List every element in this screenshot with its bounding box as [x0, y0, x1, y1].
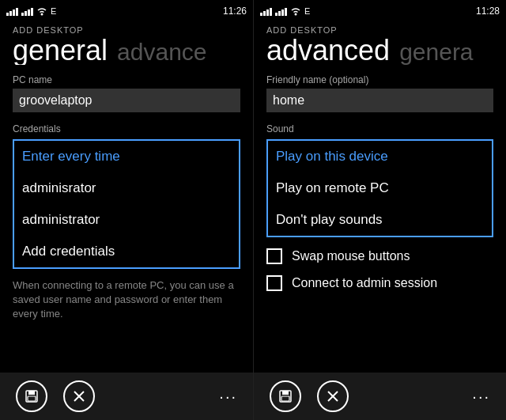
left-panel: E 11:26 ADD DESKTOP general advance PC n…: [0, 0, 253, 420]
right-sound-list: Play on this device Play on remote PC Do…: [266, 139, 493, 237]
right-more-button[interactable]: ···: [472, 388, 490, 406]
right-sound-label: Sound: [266, 123, 493, 134]
right-save-button[interactable]: [270, 380, 301, 412]
swap-mouse-label: Swap mouse buttons: [292, 249, 410, 263]
right-status-left: E: [260, 6, 310, 16]
right-wifi-icon: [290, 6, 301, 16]
left-more-button[interactable]: ···: [219, 388, 237, 406]
sound-item-play-on-this-device[interactable]: Play on this device: [268, 141, 492, 172]
left-pc-name-label: PC name: [13, 74, 240, 85]
svg-rect-3: [28, 396, 36, 401]
list-item-adminisrator[interactable]: adminisrator: [14, 172, 239, 204]
right-content: Friendly name (optional) Sound Play on t…: [254, 65, 506, 373]
left-status-left: E: [6, 6, 56, 16]
left-tab-general[interactable]: general: [13, 36, 108, 65]
right-friendly-name-label: Friendly name (optional): [266, 74, 493, 85]
admin-session-checkbox[interactable]: [266, 275, 282, 291]
right-close-icon: [327, 390, 339, 403]
right-friendly-name-input[interactable]: [266, 89, 493, 112]
left-title-bar: ADD DESKTOP general advance: [0, 22, 253, 65]
left-close-icon: [73, 390, 85, 403]
left-signal2-icon: [21, 6, 33, 16]
svg-rect-9: [281, 396, 289, 401]
right-title-bar: ADD DESKTOP advanced genera: [254, 22, 506, 65]
left-credentials-list: Enter every time adminisrator administra…: [13, 139, 240, 269]
left-pc-name-input[interactable]: [13, 89, 240, 112]
list-item-administrator[interactable]: administrator: [14, 204, 239, 236]
sound-item-play-on-remote[interactable]: Play on remote PC: [268, 172, 492, 204]
left-content: PC name Credentials Enter every time adm…: [0, 65, 253, 373]
left-data-icon: E: [51, 6, 56, 16]
admin-session-label: Connect to admin session: [292, 276, 437, 290]
right-signal2-icon: [275, 6, 287, 16]
right-admin-session-row: Connect to admin session: [266, 275, 493, 291]
right-status-bar: E 11:28: [254, 0, 506, 22]
svg-rect-8: [282, 391, 289, 395]
left-time: 11:26: [223, 6, 247, 17]
right-tab-row: advanced genera: [266, 36, 493, 65]
left-hint-text: When connecting to a remote PC, you can …: [13, 278, 240, 322]
right-status-right: 11:28: [476, 6, 500, 17]
svg-point-6: [295, 13, 297, 16]
svg-point-0: [41, 13, 43, 16]
left-save-button[interactable]: [16, 380, 47, 412]
svg-rect-2: [28, 391, 35, 395]
swap-mouse-checkbox[interactable]: [266, 248, 282, 264]
left-save-icon: [24, 388, 40, 404]
right-signal-icon: [260, 6, 272, 16]
right-add-desktop-label: ADD DESKTOP: [266, 25, 493, 35]
right-save-icon: [278, 388, 293, 404]
right-panel: E 11:28 ADD DESKTOP advanced genera Frie…: [253, 0, 506, 420]
left-status-bar: E 11:26: [0, 0, 253, 22]
left-bottom-icons: [16, 380, 95, 412]
right-bottom-icons: [270, 380, 349, 412]
list-item-add-credentials[interactable]: Add credentials: [14, 236, 239, 267]
right-swap-mouse-row: Swap mouse buttons: [266, 248, 493, 264]
right-tab-general[interactable]: genera: [399, 40, 473, 64]
left-credentials-label: Credentials: [13, 123, 240, 134]
left-status-right: 11:26: [223, 6, 247, 17]
left-close-button[interactable]: [63, 380, 95, 412]
left-tab-advanced[interactable]: advance: [117, 40, 206, 64]
left-bottom-bar: ···: [0, 373, 253, 420]
left-wifi-icon: [36, 6, 47, 16]
right-bottom-bar: ···: [254, 373, 506, 420]
list-item-enter-every-time[interactable]: Enter every time: [14, 141, 239, 172]
left-add-desktop-label: ADD DESKTOP: [13, 25, 240, 35]
sound-item-dont-play-sounds[interactable]: Don't play sounds: [268, 204, 492, 236]
right-tab-advanced[interactable]: advanced: [266, 36, 390, 65]
right-close-button[interactable]: [317, 380, 349, 412]
left-signal-icon: [6, 6, 18, 16]
right-data-icon: E: [304, 6, 310, 16]
right-time: 11:28: [476, 6, 500, 17]
left-tab-row: general advance: [13, 36, 240, 65]
